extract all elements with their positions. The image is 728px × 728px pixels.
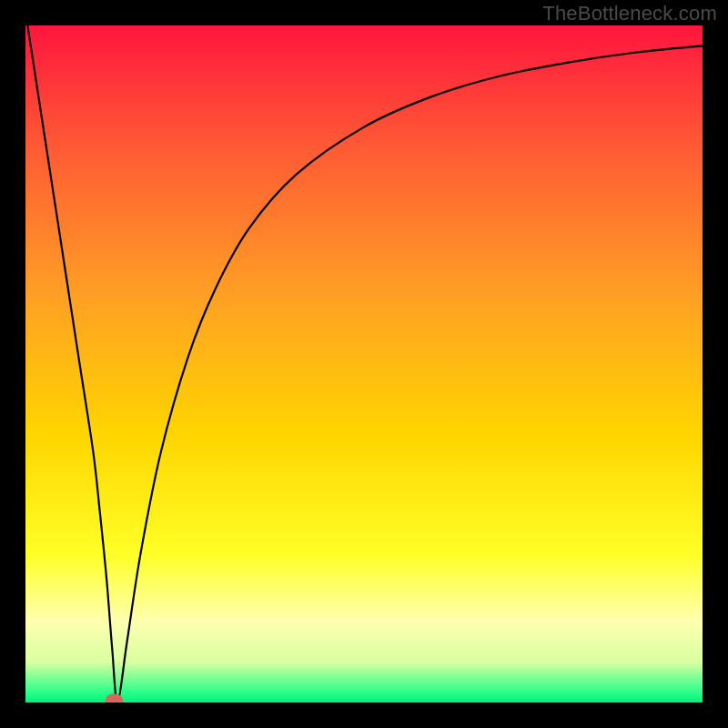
chart-frame: TheBottleneck.com bbox=[0, 0, 728, 728]
watermark-text: TheBottleneck.com bbox=[542, 2, 717, 25]
min-point-marker bbox=[106, 693, 123, 705]
bottleneck-chart bbox=[0, 0, 728, 728]
